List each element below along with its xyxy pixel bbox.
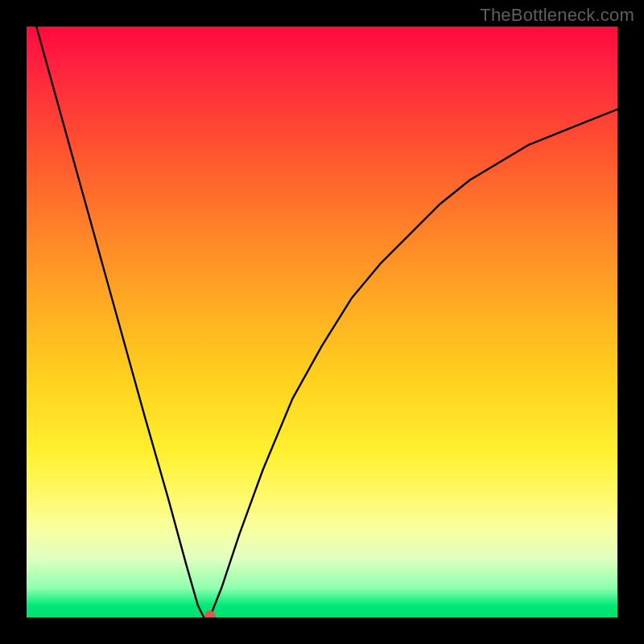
plot-area xyxy=(27,27,617,617)
chart-frame: TheBottleneck.com xyxy=(0,0,644,644)
bottleneck-curve xyxy=(27,27,617,617)
watermark-text: TheBottleneck.com xyxy=(480,5,634,26)
